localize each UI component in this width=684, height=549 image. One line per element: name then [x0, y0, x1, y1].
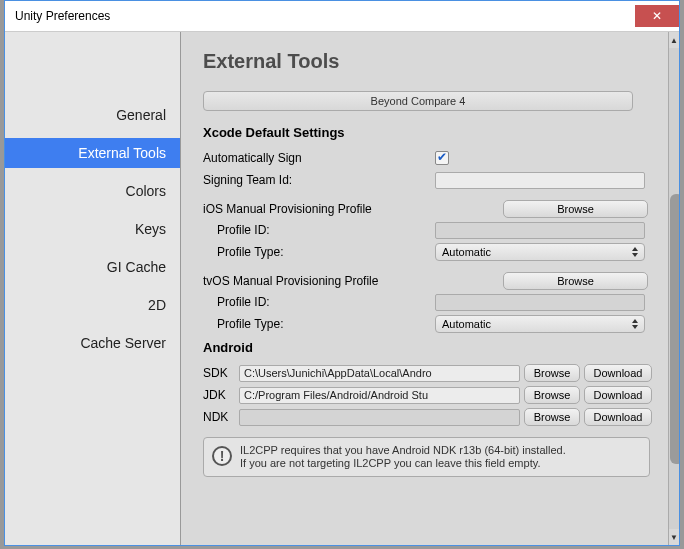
tvos-profile-type-label: Profile Type: — [203, 317, 435, 331]
preferences-window: Unity Preferences ✕ General External Too… — [4, 0, 680, 546]
main-panel: External Tools Beyond Compare 4 Xcode De… — [181, 32, 679, 545]
sidebar: General External Tools Colors Keys GI Ca… — [5, 32, 181, 545]
revision-tool-select[interactable]: Beyond Compare 4 — [203, 91, 633, 111]
ios-profile-type-select[interactable]: Automatic — [435, 243, 645, 261]
tvos-browse-button[interactable]: Browse — [503, 272, 648, 290]
ndk-input[interactable] — [239, 409, 520, 426]
main-content: External Tools Beyond Compare 4 Xcode De… — [181, 32, 668, 545]
sidebar-item-gi-cache[interactable]: GI Cache — [5, 252, 180, 282]
sidebar-item-label: Keys — [135, 221, 166, 237]
tvos-provisioning-header: tvOS Manual Provisioning Profile — [203, 274, 503, 288]
page-title: External Tools — [203, 50, 658, 73]
jdk-label: JDK — [203, 388, 239, 402]
jdk-browse-button[interactable]: Browse — [524, 386, 580, 404]
sdk-download-button[interactable]: Download — [584, 364, 652, 382]
sidebar-item-label: Colors — [126, 183, 166, 199]
sidebar-item-label: General — [116, 107, 166, 123]
team-id-label: Signing Team Id: — [203, 173, 435, 187]
ios-profile-id-label: Profile ID: — [203, 223, 435, 237]
sidebar-item-label: Cache Server — [80, 335, 166, 351]
ndk-download-button[interactable]: Download — [584, 408, 652, 426]
ios-profile-type-label: Profile Type: — [203, 245, 435, 259]
ndk-hint-text: IL2CPP requires that you have Android ND… — [240, 444, 566, 470]
team-id-input[interactable] — [435, 172, 645, 189]
ios-provisioning-header: iOS Manual Provisioning Profile — [203, 202, 503, 216]
sdk-input[interactable] — [239, 365, 520, 382]
auto-sign-label: Automatically Sign — [203, 151, 435, 165]
ios-browse-button[interactable]: Browse — [503, 200, 648, 218]
ndk-label: NDK — [203, 410, 239, 424]
sidebar-item-2d[interactable]: 2D — [5, 290, 180, 320]
tvos-profile-type-select[interactable]: Automatic — [435, 315, 645, 333]
jdk-download-button[interactable]: Download — [584, 386, 652, 404]
xcode-section-title: Xcode Default Settings — [203, 125, 652, 140]
sdk-browse-button[interactable]: Browse — [524, 364, 580, 382]
ios-profile-id-input — [435, 222, 645, 239]
sidebar-item-cache-server[interactable]: Cache Server — [5, 328, 180, 358]
window-title: Unity Preferences — [15, 9, 110, 23]
ndk-hint: ! IL2CPP requires that you have Android … — [203, 437, 650, 477]
ndk-browse-button[interactable]: Browse — [524, 408, 580, 426]
scroll-down-button[interactable]: ▼ — [669, 529, 679, 545]
android-section-title: Android — [203, 340, 652, 355]
tvos-profile-id-input — [435, 294, 645, 311]
sidebar-item-keys[interactable]: Keys — [5, 214, 180, 244]
info-icon: ! — [212, 446, 232, 466]
titlebar: Unity Preferences ✕ — [5, 1, 679, 31]
scrollbar[interactable]: ▲ ▼ — [668, 32, 679, 545]
jdk-input[interactable] — [239, 387, 520, 404]
close-icon: ✕ — [652, 9, 662, 23]
sidebar-item-external-tools[interactable]: External Tools — [5, 138, 180, 168]
sidebar-item-label: External Tools — [78, 145, 166, 161]
tvos-profile-id-label: Profile ID: — [203, 295, 435, 309]
sidebar-item-label: GI Cache — [107, 259, 166, 275]
sidebar-item-label: 2D — [148, 297, 166, 313]
scroll-thumb[interactable] — [670, 194, 679, 464]
window-body: General External Tools Colors Keys GI Ca… — [5, 31, 679, 545]
scroll-up-button[interactable]: ▲ — [669, 32, 679, 48]
auto-sign-checkbox[interactable] — [435, 151, 449, 165]
close-button[interactable]: ✕ — [635, 5, 679, 27]
sidebar-item-general[interactable]: General — [5, 100, 180, 130]
sidebar-item-colors[interactable]: Colors — [5, 176, 180, 206]
sdk-label: SDK — [203, 366, 239, 380]
